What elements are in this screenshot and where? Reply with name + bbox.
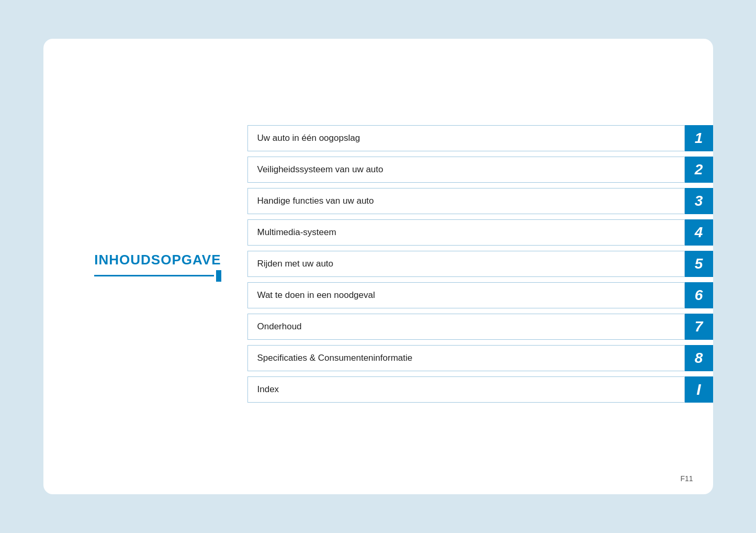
page-container: INHOUDSOPGAVE Uw auto in één oogopslag1V… [43,39,713,494]
toc-number: 5 [685,251,713,277]
toc-label: Veiligheidssysteem van uw auto [247,157,685,183]
toc-number: 3 [685,188,713,214]
toc-number: 6 [685,282,713,308]
toc-label: Wat te doen in een noodgeval [247,282,685,308]
toc-row[interactable]: Uw auto in één oogopslag1 [247,125,713,151]
toc-label: Handige functies van uw auto [247,188,685,214]
toc-row[interactable]: Veiligheidssysteem van uw auto2 [247,157,713,183]
toc-label: Index [247,376,685,403]
toc-row[interactable]: Onderhoud7 [247,314,713,340]
title-underline [94,275,213,276]
toc-row[interactable]: Wat te doen in een noodgeval6 [247,282,713,308]
toc-label: Specificaties & Consumenteninformatie [247,345,685,371]
toc-row[interactable]: Handige functies van uw auto3 [247,188,713,214]
title-square [216,270,221,282]
toc-label: Rijden met uw auto [247,251,685,277]
toc-number: 2 [685,157,713,183]
page-title: INHOUDSOPGAVE [94,252,221,268]
toc-number: I [685,376,713,403]
toc-number: 7 [685,314,713,340]
toc-label: Onderhoud [247,314,685,340]
toc-number: 1 [685,125,713,151]
right-panel: Uw auto in één oogopslag1Veiligheidssyst… [242,39,713,494]
toc-row[interactable]: IndexI [247,376,713,403]
toc-label: Multimedia-systeem [247,219,685,246]
toc-number: 4 [685,219,713,246]
title-underline-wrapper [94,270,221,282]
toc-row[interactable]: Multimedia-systeem4 [247,219,713,246]
title-block: INHOUDSOPGAVE [94,252,221,282]
toc-number: 8 [685,345,713,371]
left-panel: INHOUDSOPGAVE [43,39,242,494]
toc-label: Uw auto in één oogopslag [247,125,685,151]
toc-row[interactable]: Rijden met uw auto5 [247,251,713,277]
footer-text: F11 [680,474,693,483]
toc-row[interactable]: Specificaties & Consumenteninformatie8 [247,345,713,371]
